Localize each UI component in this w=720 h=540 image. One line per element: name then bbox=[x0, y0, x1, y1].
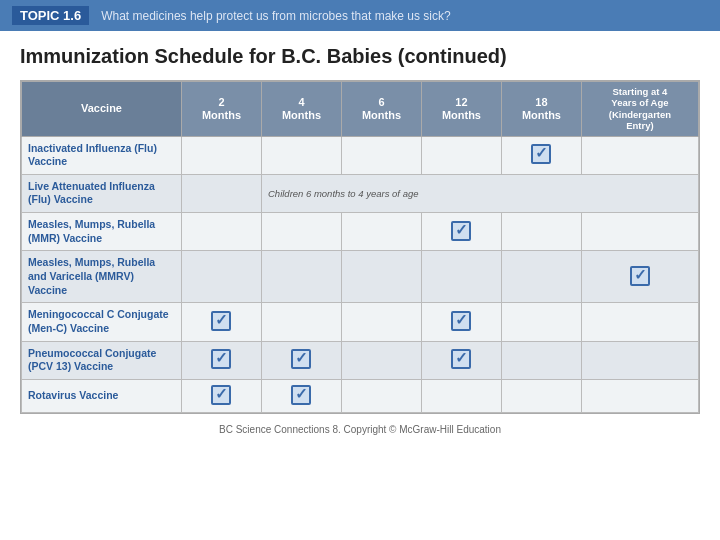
checkmark-icon bbox=[451, 221, 471, 241]
col-header-vaccine: Vaccine bbox=[22, 82, 182, 137]
table-row: Meningococcal C Conjugate (Men-C) Vaccin… bbox=[22, 303, 699, 341]
vaccine-name-cell: Live Attenuated Influenza (Flu) Vaccine bbox=[22, 174, 182, 212]
table-row: Measles, Mumps, Rubella (MMR) Vaccine bbox=[22, 213, 699, 251]
table-wrapper: Vaccine 2Months 4Months 6Months 12Months… bbox=[20, 80, 700, 414]
table-row: Pneumococcal Conjugate (PCV 13) Vaccine bbox=[22, 341, 699, 379]
schedule-cell bbox=[581, 136, 698, 174]
page-title: Immunization Schedule for B.C. Babies (c… bbox=[20, 45, 700, 68]
col-header-12m: 12Months bbox=[421, 82, 501, 137]
col-header-kinder: Starting at 4Years of Age(KindergartenEn… bbox=[581, 82, 698, 137]
schedule-cell bbox=[421, 379, 501, 412]
table-row: Live Attenuated Influenza (Flu) VaccineC… bbox=[22, 174, 699, 212]
header-question: What medicines help protect us from micr… bbox=[101, 9, 450, 23]
schedule-cell bbox=[581, 213, 698, 251]
schedule-cell bbox=[501, 341, 581, 379]
immunization-table: Vaccine 2Months 4Months 6Months 12Months… bbox=[21, 81, 699, 413]
footer: BC Science Connections 8. Copyright © Mc… bbox=[20, 424, 700, 435]
schedule-cell bbox=[261, 136, 341, 174]
main-content: Immunization Schedule for B.C. Babies (c… bbox=[0, 31, 720, 443]
schedule-cell bbox=[341, 379, 421, 412]
schedule-cell bbox=[421, 136, 501, 174]
schedule-cell bbox=[261, 341, 341, 379]
schedule-cell bbox=[261, 251, 341, 303]
schedule-cell bbox=[501, 251, 581, 303]
schedule-cell bbox=[182, 379, 262, 412]
schedule-cell bbox=[581, 341, 698, 379]
schedule-cell bbox=[501, 136, 581, 174]
col-header-4m: 4Months bbox=[261, 82, 341, 137]
schedule-cell bbox=[182, 136, 262, 174]
vaccine-name-cell: Rotavirus Vaccine bbox=[22, 379, 182, 412]
vaccine-name-cell: Inactivated Influenza (Flu) Vaccine bbox=[22, 136, 182, 174]
schedule-cell bbox=[501, 303, 581, 341]
checkmark-icon bbox=[630, 266, 650, 286]
checkmark-icon bbox=[291, 349, 311, 369]
schedule-cell bbox=[261, 213, 341, 251]
schedule-cell bbox=[341, 213, 421, 251]
schedule-cell bbox=[182, 303, 262, 341]
vaccine-name-cell: Measles, Mumps, Rubella (MMR) Vaccine bbox=[22, 213, 182, 251]
vaccine-name-cell: Measles, Mumps, Rubella and Varicella (M… bbox=[22, 251, 182, 303]
vaccine-name-cell: Meningococcal C Conjugate (Men-C) Vaccin… bbox=[22, 303, 182, 341]
checkmark-icon bbox=[291, 385, 311, 405]
note-cell: Children 6 months to 4 years of age bbox=[261, 174, 698, 212]
schedule-cell bbox=[182, 174, 262, 212]
schedule-cell bbox=[261, 379, 341, 412]
schedule-cell bbox=[182, 251, 262, 303]
header-bar: TOPIC 1.6 What medicines help protect us… bbox=[0, 0, 720, 31]
schedule-cell bbox=[421, 251, 501, 303]
schedule-cell bbox=[581, 251, 698, 303]
schedule-cell bbox=[501, 379, 581, 412]
schedule-cell bbox=[421, 303, 501, 341]
checkmark-icon bbox=[451, 311, 471, 331]
schedule-cell bbox=[341, 251, 421, 303]
checkmark-icon bbox=[531, 144, 551, 164]
col-header-6m: 6Months bbox=[341, 82, 421, 137]
schedule-cell bbox=[501, 213, 581, 251]
checkmark-icon bbox=[451, 349, 471, 369]
schedule-cell bbox=[581, 379, 698, 412]
checkmark-icon bbox=[211, 385, 231, 405]
table-row: Rotavirus Vaccine bbox=[22, 379, 699, 412]
schedule-cell bbox=[421, 213, 501, 251]
schedule-cell bbox=[581, 303, 698, 341]
checkmark-icon bbox=[211, 311, 231, 331]
table-row: Inactivated Influenza (Flu) Vaccine bbox=[22, 136, 699, 174]
schedule-cell bbox=[261, 303, 341, 341]
vaccine-name-cell: Pneumococcal Conjugate (PCV 13) Vaccine bbox=[22, 341, 182, 379]
schedule-cell bbox=[341, 136, 421, 174]
schedule-cell bbox=[341, 341, 421, 379]
schedule-cell bbox=[182, 341, 262, 379]
schedule-cell bbox=[182, 213, 262, 251]
checkmark-icon bbox=[211, 349, 231, 369]
col-header-18m: 18Months bbox=[501, 82, 581, 137]
schedule-cell bbox=[421, 341, 501, 379]
topic-badge: TOPIC 1.6 bbox=[12, 6, 89, 25]
col-header-2m: 2Months bbox=[182, 82, 262, 137]
table-row: Measles, Mumps, Rubella and Varicella (M… bbox=[22, 251, 699, 303]
schedule-cell bbox=[341, 303, 421, 341]
